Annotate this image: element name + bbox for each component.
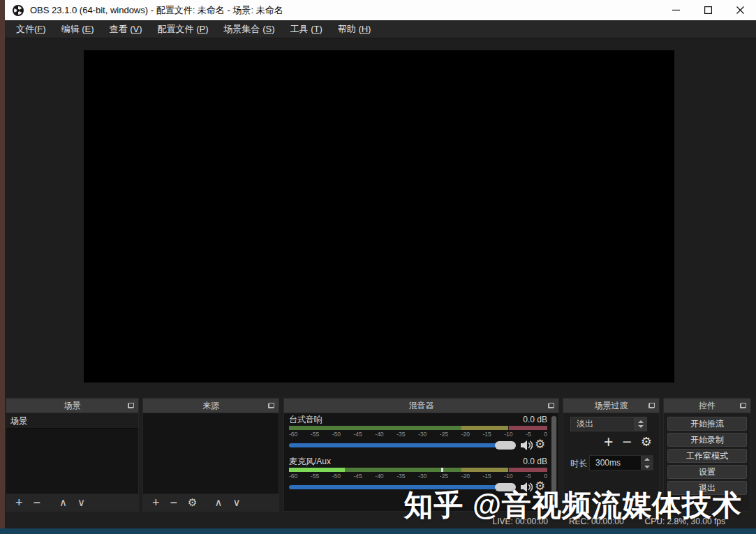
meter-scale: -60-55-50-45-40-35-30-25-20-15-10-50 — [289, 431, 547, 438]
minimize-button[interactable] — [660, 0, 692, 20]
meter-tick-label: -20 — [461, 431, 470, 438]
meter-tick-label: -40 — [375, 473, 383, 480]
add-transition-button[interactable]: + — [604, 434, 613, 450]
spinner-up-icon — [644, 458, 650, 461]
scenes-dock: 场景 场景 + − ∧ ∨ — [6, 398, 139, 512]
menu-bar: 文件(F) 编辑 (E) 查看 (V) 配置文件 (P) 场景集合 (S) 工具… — [5, 20, 756, 38]
obs-logo-icon — [13, 5, 24, 16]
menu-item-file[interactable]: 文件(F) — [8, 20, 54, 38]
menu-label: 帮助 ( — [338, 24, 362, 34]
menu-label: ) — [43, 24, 45, 34]
preview-canvas — [84, 50, 674, 383]
obs-window: OBS 23.1.0 (64-bit, windows) - 配置文件: 未命名… — [5, 0, 756, 528]
scenes-toolbar: + − ∧ ∨ — [6, 493, 138, 511]
remove-source-button[interactable]: − — [170, 496, 178, 509]
meter-tick-label: -60 — [289, 431, 297, 438]
transition-select[interactable]: 淡出 — [570, 417, 647, 431]
duration-spinbox[interactable]: 300ms — [589, 455, 653, 470]
transition-selected-value: 淡出 — [577, 419, 593, 429]
duration-spinner[interactable] — [641, 456, 653, 470]
menu-label: ) — [368, 24, 371, 34]
controls-dock-header[interactable]: 控件 — [663, 398, 751, 413]
maximize-button[interactable] — [692, 0, 724, 20]
mixer-dock-title: 混音器 — [409, 400, 434, 412]
meter-tick-label: -60 — [289, 473, 297, 480]
sources-dock: 来源 + − ⚙ ∧ ∨ — [142, 398, 279, 512]
move-scene-down-button[interactable]: ∨ — [77, 497, 85, 507]
minimize-icon — [672, 6, 680, 14]
transitions-dock-header[interactable]: 场景过渡 — [563, 398, 660, 413]
channel-settings-gear-icon[interactable]: ⚙ — [535, 438, 545, 451]
speaker-icon[interactable] — [520, 440, 533, 454]
volume-meter — [289, 468, 547, 472]
start-recording-button[interactable]: 开始录制 — [667, 433, 747, 447]
dock-float-icon[interactable] — [740, 403, 746, 408]
meter-tick-label: -15 — [482, 473, 491, 480]
meter-tick-label: -50 — [332, 431, 341, 438]
channel-level-db: 0.0 dB — [523, 415, 547, 424]
meter-green-zone — [289, 426, 461, 430]
duration-value: 300ms — [595, 458, 621, 468]
menu-item-scene-collection[interactable]: 场景集合 (S) — [216, 20, 283, 38]
close-button[interactable] — [724, 0, 756, 20]
settings-button[interactable]: 设置 — [667, 465, 747, 479]
mixer-dock-header[interactable]: 混音器 — [283, 398, 559, 413]
meter-tick-label: -35 — [396, 473, 405, 480]
transition-properties-gear-icon[interactable]: ⚙ — [641, 435, 652, 449]
dock-float-icon[interactable] — [648, 403, 655, 408]
scene-list-item[interactable]: 场景 — [6, 413, 138, 429]
meter-tick-label: -40 — [375, 431, 383, 438]
menu-mnemonic: S — [266, 24, 272, 34]
meter-tick-label: -35 — [396, 431, 405, 438]
meter-tick-label: -55 — [311, 473, 319, 480]
volume-slider[interactable] — [289, 443, 515, 447]
scenes-dock-title: 场景 — [64, 400, 81, 412]
menu-item-help[interactable]: 帮助 (H) — [330, 20, 379, 38]
menu-item-profile[interactable]: 配置文件 (P) — [150, 20, 216, 38]
scenes-dock-header[interactable]: 场景 — [6, 398, 139, 413]
zhihu-watermark: 知乎 @音视频流媒体技术 — [403, 486, 742, 525]
sources-list: + − ⚙ ∧ ∨ — [142, 413, 279, 512]
menu-item-view[interactable]: 查看 (V) — [102, 20, 150, 38]
transition-toolbar: + − ⚙ — [604, 434, 652, 450]
meter-tick-label: -55 — [311, 431, 319, 438]
meter-tick-label: -15 — [482, 431, 491, 438]
move-scene-up-button[interactable]: ∧ — [59, 497, 67, 507]
studio-mode-button[interactable]: 工作室模式 — [667, 449, 747, 463]
menu-mnemonic: E — [85, 24, 91, 34]
menu-item-edit[interactable]: 编辑 (E) — [54, 20, 102, 38]
move-source-down-button[interactable]: ∨ — [232, 497, 240, 507]
sources-toolbar: + − ⚙ ∧ ∨ — [143, 493, 279, 511]
menu-mnemonic: H — [362, 24, 368, 34]
meter-tick-label: 0 — [544, 473, 547, 480]
meter-scale: -60-55-50-45-40-35-30-25-20-15-10-50 — [289, 473, 547, 480]
meter-tick-label: -30 — [418, 431, 427, 438]
menu-label: ) — [91, 24, 94, 34]
meter-tick-label: -5 — [526, 431, 531, 438]
start-streaming-button[interactable]: 开始推流 — [667, 417, 747, 431]
volume-slider-handle[interactable] — [495, 441, 516, 450]
remove-scene-button[interactable]: − — [34, 496, 41, 509]
add-scene-button[interactable]: + — [15, 496, 23, 509]
spinner-down[interactable] — [642, 463, 653, 470]
mixer-channel-desktop-audio: 台式音响 0.0 dB -60-55-50-45-40-35-30-25-20-… — [289, 415, 547, 451]
move-source-up-button[interactable]: ∧ — [214, 497, 222, 507]
meter-red-zone — [509, 426, 548, 430]
sources-dock-header[interactable]: 来源 — [142, 398, 279, 413]
dock-float-icon[interactable] — [548, 403, 554, 408]
menu-item-tools[interactable]: 工具 (T) — [283, 20, 330, 38]
combo-spinner[interactable] — [635, 417, 646, 431]
remove-transition-button[interactable]: − — [622, 434, 631, 450]
menu-label: 查看 ( — [110, 24, 133, 34]
spinner-up[interactable] — [642, 456, 653, 463]
meter-tick-label: -50 — [332, 473, 341, 480]
menu-label: 场景集合 ( — [224, 24, 266, 34]
title-bar[interactable]: OBS 23.1.0 (64-bit, windows) - 配置文件: 未命名… — [5, 0, 756, 20]
meter-tick-label: -30 — [418, 473, 427, 480]
preview-area — [5, 38, 756, 396]
dock-float-icon[interactable] — [268, 403, 274, 408]
dock-float-icon[interactable] — [128, 403, 134, 408]
transitions-dock-title: 场景过渡 — [595, 400, 628, 412]
source-properties-gear-icon[interactable]: ⚙ — [188, 497, 197, 507]
add-source-button[interactable]: + — [152, 496, 160, 509]
